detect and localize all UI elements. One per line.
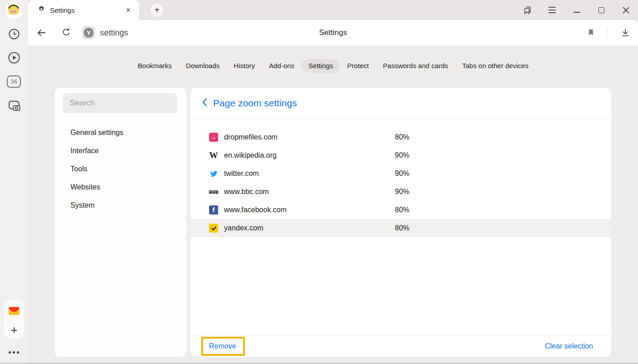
site-row-dropmefiles[interactable]: → dropmefiles.com 80% bbox=[191, 128, 611, 146]
wikipedia-favicon: W bbox=[209, 151, 218, 160]
counter-badge-icon[interactable]: 36 bbox=[7, 75, 21, 88]
sidebar-item-general-settings[interactable]: General settings bbox=[55, 124, 186, 142]
tab-tabs-on-other-devices[interactable]: Tabs on other devices bbox=[455, 59, 535, 73]
settings-sidebar-panel: General settings Interface Tools Website… bbox=[55, 88, 186, 357]
address-toolbar: Y settings Settings bbox=[28, 20, 638, 45]
tab-bar: Settings × + bbox=[28, 0, 638, 20]
rail-more-button[interactable] bbox=[9, 351, 19, 354]
twitter-favicon bbox=[209, 169, 218, 178]
site-zoom-value: 80% bbox=[395, 206, 409, 214]
facebook-favicon: f bbox=[209, 205, 218, 214]
download-icon[interactable] bbox=[620, 27, 630, 40]
collections-icon[interactable] bbox=[515, 0, 540, 20]
tab-downloads[interactable]: Downloads bbox=[179, 59, 226, 73]
site-name: www.bbc.com bbox=[224, 188, 395, 196]
browser-window: 36 + bbox=[0, 0, 638, 364]
bookmark-icon[interactable] bbox=[587, 28, 595, 39]
site-row-wikipedia[interactable]: W en.wikipedia.org 90% bbox=[191, 146, 611, 165]
site-row-yandex-selected[interactable]: yandex.com 80% bbox=[191, 219, 611, 237]
selected-checkbox-icon[interactable] bbox=[209, 224, 218, 233]
arrow-right-icon: → bbox=[210, 133, 217, 142]
bbc-favicon: BBC bbox=[209, 187, 218, 196]
rail-shortcut-group: + bbox=[4, 300, 24, 339]
settings-menu: General settings Interface Tools Website… bbox=[55, 124, 186, 214]
site-zoom-value: 90% bbox=[395, 170, 409, 178]
tab-bookmarks[interactable]: Bookmarks bbox=[131, 59, 179, 73]
close-tab-icon[interactable]: × bbox=[123, 5, 134, 15]
profile-avatar[interactable] bbox=[5, 2, 22, 19]
screenshot-icon[interactable] bbox=[7, 98, 21, 113]
search-input[interactable] bbox=[63, 93, 177, 113]
site-row-twitter[interactable]: twitter.com 90% bbox=[191, 165, 611, 183]
address-bar-text[interactable]: settings bbox=[100, 20, 128, 45]
tab-protect[interactable]: Protect bbox=[340, 59, 376, 73]
back-icon[interactable] bbox=[36, 27, 47, 40]
maximize-button[interactable] bbox=[589, 0, 613, 20]
site-row-facebook[interactable]: f www.facebook.com 80% bbox=[191, 201, 611, 219]
chevron-left-icon[interactable] bbox=[202, 98, 207, 109]
yandex-y-icon: Y bbox=[84, 28, 94, 38]
page-favicon: Y bbox=[82, 26, 95, 40]
window-controls bbox=[515, 0, 638, 20]
sidebar-item-system[interactable]: System bbox=[55, 196, 186, 214]
site-name: en.wikipedia.org bbox=[224, 151, 395, 160]
browser-tab-settings[interactable]: Settings × bbox=[28, 0, 139, 20]
tab-settings[interactable]: Settings bbox=[302, 59, 340, 73]
yandex-mail-icon[interactable] bbox=[7, 304, 21, 319]
sidebar-item-tools[interactable]: Tools bbox=[55, 160, 186, 178]
history-icon[interactable] bbox=[7, 27, 21, 41]
dropmefiles-favicon: → bbox=[209, 133, 218, 142]
site-name: www.facebook.com bbox=[224, 206, 395, 214]
tab-title: Settings bbox=[50, 6, 75, 14]
site-zoom-value: 80% bbox=[395, 133, 409, 141]
page-zoom-settings-panel: Page zoom settings → dropmefiles.com 80%… bbox=[191, 88, 611, 357]
browser-menu-icon[interactable] bbox=[540, 0, 564, 20]
add-shortcut-button[interactable]: + bbox=[11, 324, 18, 335]
plus-icon: + bbox=[155, 5, 160, 15]
clear-selection-button[interactable]: Clear selection bbox=[545, 342, 593, 350]
list-empty-space bbox=[191, 237, 611, 335]
site-zoom-value: 90% bbox=[395, 151, 409, 160]
tab-passwords-and-cards[interactable]: Passwords and cards bbox=[376, 59, 455, 73]
gear-icon bbox=[38, 5, 45, 15]
site-name: twitter.com bbox=[224, 170, 395, 178]
site-name: dropmefiles.com bbox=[224, 133, 395, 141]
remove-button[interactable]: Remove bbox=[209, 342, 236, 350]
site-zoom-value: 80% bbox=[395, 224, 409, 232]
panel-footer: Remove Clear selection bbox=[191, 335, 611, 357]
site-row-bbc[interactable]: BBC www.bbc.com 90% bbox=[191, 183, 611, 201]
counter-badge-value: 36 bbox=[10, 78, 17, 85]
new-tab-button[interactable]: + bbox=[150, 4, 164, 17]
search-box bbox=[63, 93, 177, 113]
close-window-button[interactable] bbox=[613, 0, 638, 20]
reload-icon[interactable] bbox=[61, 28, 71, 39]
panel-title[interactable]: Page zoom settings bbox=[213, 98, 297, 109]
tab-history[interactable]: History bbox=[227, 59, 262, 73]
site-name: yandex.com bbox=[224, 224, 395, 232]
zoom-site-list: → dropmefiles.com 80% W en.wikipedia.org… bbox=[191, 119, 611, 237]
media-play-icon[interactable] bbox=[7, 50, 21, 65]
minimize-button[interactable] bbox=[564, 0, 589, 20]
sidebar-item-interface[interactable]: Interface bbox=[55, 142, 186, 160]
tab-add-ons[interactable]: Add-ons bbox=[262, 59, 301, 73]
toolbar-divider bbox=[608, 28, 608, 38]
side-rail: 36 + bbox=[0, 0, 28, 364]
remove-highlight-box: Remove bbox=[201, 337, 245, 356]
settings-nav-tabs: Bookmarks Downloads History Add-ons Sett… bbox=[28, 59, 638, 73]
site-zoom-value: 90% bbox=[395, 188, 409, 196]
sidebar-item-websites[interactable]: Websites bbox=[55, 178, 186, 196]
panel-header: Page zoom settings bbox=[191, 88, 611, 119]
